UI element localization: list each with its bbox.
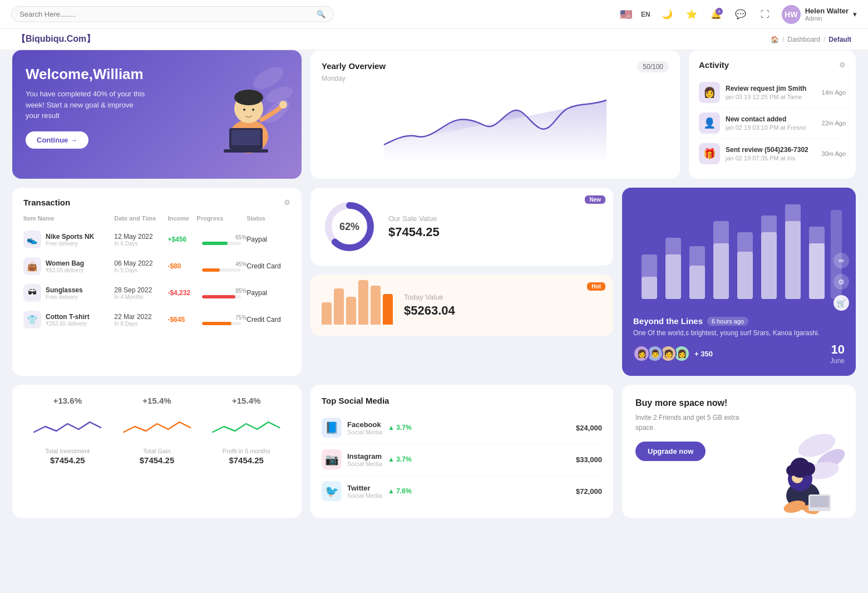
user-name: Helen Walter xyxy=(805,7,849,15)
user-role: Admin xyxy=(805,15,849,22)
social-pct: ▲ 7.6% xyxy=(388,487,412,495)
today-bar-chart xyxy=(322,286,393,325)
theme-toggle-button[interactable]: 🌙 xyxy=(659,7,675,22)
social-media-card: Top Social Media 📘 Facebook Social Media… xyxy=(310,385,613,518)
table-row: 🕶 Sunglasses Free delivery 28 Sep 2022 I… xyxy=(23,280,290,306)
continue-button[interactable]: Continue → xyxy=(26,131,88,149)
yearly-count: 50/100 xyxy=(637,61,669,72)
chart-settings-icon[interactable]: ⚙ xyxy=(834,274,849,290)
social-amount: $24,000 xyxy=(576,424,602,432)
activity-item-title: Sent review (504)236-7302 xyxy=(726,146,816,154)
transaction-col-header: Item Name xyxy=(23,215,114,226)
fullscreen-icon[interactable]: ⛶ xyxy=(757,7,773,22)
item-status: Credit Card xyxy=(246,253,290,280)
transaction-title: Transaction xyxy=(23,198,70,207)
mini-stat-label: Total Investment xyxy=(45,448,90,454)
chart-edit-icon[interactable]: ✏ xyxy=(834,253,849,268)
transaction-col-header: Status xyxy=(246,215,290,226)
progress-pct: 45% xyxy=(197,261,247,267)
progress-pct: 85% xyxy=(197,288,247,294)
svg-rect-17 xyxy=(665,254,681,299)
search-input[interactable] xyxy=(19,10,312,18)
mini-stats-card: +13.6% Total Investment $7454.25 +15.4% … xyxy=(12,385,302,518)
activity-avatar: 🎁 xyxy=(699,143,720,164)
language-label[interactable]: EN xyxy=(641,11,650,18)
social-row: 🐦 Twitter Social Media ▲ 7.6% $72,000 xyxy=(322,476,602,507)
avatar-stack: 👩 👨 🧑 👩 + 350 xyxy=(633,345,713,362)
mini-stat-pct: +15.4% xyxy=(232,396,260,405)
welcome-illustration xyxy=(196,56,296,156)
notification-bell[interactable]: 🔔 4 xyxy=(708,7,724,22)
user-details: Helen Walter Admin xyxy=(805,7,849,22)
svg-rect-23 xyxy=(737,252,753,299)
social-type: Social Media xyxy=(347,460,382,467)
mini-wave-chart xyxy=(115,410,199,443)
activity-item-title: New contact added xyxy=(726,115,816,123)
welcome-subtitle: You have completed 40% of your this week… xyxy=(26,89,148,121)
breadcrumb-sep1: / xyxy=(782,36,784,43)
sale-value-card: New 62% Our Sale Value $7454.25 xyxy=(310,188,613,266)
chat-icon[interactable]: 💬 xyxy=(733,7,748,22)
mini-stat-value: $7454.25 xyxy=(140,455,175,465)
item-sub: ₹83.65 delivery xyxy=(46,267,84,273)
mini-stat-item: +15.4% Total Gain $7454.25 xyxy=(115,396,199,507)
item-income: -$80 xyxy=(167,262,181,270)
social-type: Social Media xyxy=(347,492,382,499)
item-income: +$456 xyxy=(167,236,186,243)
social-name: Facebook xyxy=(347,420,382,429)
transaction-col-header: Date and Time xyxy=(114,215,167,226)
item-sub: Free delivery xyxy=(46,241,94,247)
svg-rect-29 xyxy=(809,243,825,299)
social-icon: 🐦 xyxy=(322,481,342,501)
today-bar xyxy=(358,280,368,325)
transaction-card: Transaction ⚙ Item NameDate and TimeInco… xyxy=(12,188,302,376)
buy-space-illustration xyxy=(750,429,850,518)
today-info: Today Value $5263.04 xyxy=(404,293,602,318)
user-menu[interactable]: HW Helen Walter Admin ▾ xyxy=(782,5,857,24)
mini-stat-pct: +15.4% xyxy=(142,396,171,405)
sale-cards: New 62% Our Sale Value $7454.25 Hot Toda… xyxy=(310,188,613,376)
activity-content: Sent review (504)236-7302 jan 02 19 07:3… xyxy=(726,146,816,161)
social-icon: 📷 xyxy=(322,449,342,469)
today-amount: $5263.04 xyxy=(404,303,602,318)
progress-fill xyxy=(202,322,231,325)
avatar: HW xyxy=(782,5,801,24)
activity-settings-icon[interactable]: ⚙ xyxy=(839,61,846,69)
search-bar[interactable]: 🔍 xyxy=(11,6,334,22)
welcome-card: Welcome,William You have completed 40% o… xyxy=(12,50,302,179)
item-status: Credit Card xyxy=(246,306,290,333)
star-icon[interactable]: ⭐ xyxy=(684,7,699,22)
item-date: 12 May 2022 xyxy=(114,233,167,241)
svg-rect-15 xyxy=(642,277,657,299)
notification-badge: 4 xyxy=(716,8,723,15)
item-name: Cotton T-shirt xyxy=(46,313,90,321)
activity-item-title: Review request jim Smith xyxy=(726,85,816,92)
mini-stat-item: +15.4% Profit in 6 months $7454.25 xyxy=(204,396,288,507)
transaction-settings-icon[interactable]: ⚙ xyxy=(284,198,290,207)
transaction-col-header: Income xyxy=(167,215,196,226)
item-days: In 6 Days xyxy=(114,241,167,247)
home-icon[interactable]: 🏠 xyxy=(771,36,779,43)
table-row: 👕 Cotton T-shirt ₹283.65 delivery 22 Mar… xyxy=(23,306,290,333)
svg-point-10 xyxy=(252,109,254,111)
beyond-time: 6 hours ago xyxy=(707,317,748,326)
avatar-1: 👩 xyxy=(633,345,650,362)
item-date: 06 May 2022 xyxy=(114,259,167,267)
item-status: Paypal xyxy=(246,226,290,253)
upgrade-button[interactable]: Upgrade now xyxy=(635,442,706,461)
transaction-item: 👕 Cotton T-shirt ₹283.65 delivery xyxy=(23,311,114,329)
chart-cart-icon[interactable]: 🛒 xyxy=(834,295,849,311)
svg-point-42 xyxy=(786,465,797,476)
social-pct: ▲ 3.7% xyxy=(388,455,412,463)
social-row: 📷 Instagram Social Media ▲ 3.7% $33,000 xyxy=(322,444,602,476)
today-bar xyxy=(383,294,393,325)
sale-info: Our Sale Value $7454.25 xyxy=(388,214,602,239)
progress-fill xyxy=(202,295,235,298)
yearly-chart xyxy=(322,89,669,161)
today-value-card: Hot Today Value $5263.04 xyxy=(310,275,613,336)
nav-icons: 🇺🇸 EN 🌙 ⭐ 🔔 4 💬 ⛶ HW Helen Walter Admin … xyxy=(620,5,857,24)
transaction-table: Item NameDate and TimeIncomeProgressStat… xyxy=(23,215,290,333)
social-title: Top Social Media xyxy=(322,396,389,405)
svg-rect-21 xyxy=(713,243,729,299)
breadcrumb-item-dashboard[interactable]: Dashboard xyxy=(787,36,820,43)
